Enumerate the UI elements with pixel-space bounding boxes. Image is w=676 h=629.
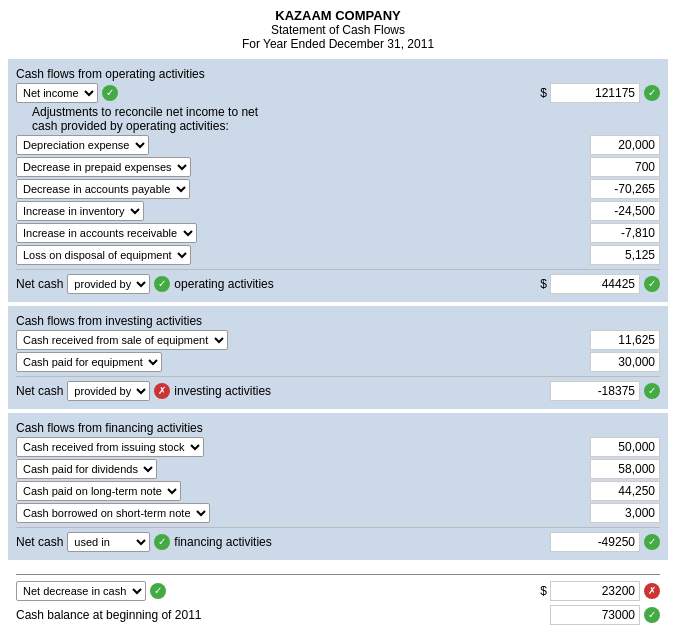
- item-select[interactable]: Increase in inventory: [16, 201, 144, 221]
- item-select[interactable]: Cash borrowed on short-term note: [16, 503, 210, 523]
- investing-net-cash-select[interactable]: provided by used in: [67, 381, 150, 401]
- adjustments-label2: cash provided by operating activities:: [32, 119, 660, 133]
- financing-net-cash-select[interactable]: used in provided by: [67, 532, 150, 552]
- financing-net-value-check: ✓: [644, 534, 660, 550]
- item-value: 700: [590, 157, 660, 177]
- financing-net-value: -49250: [550, 532, 640, 552]
- balance-begin-check: ✓: [644, 607, 660, 623]
- adjustment-item-row: Decrease in prepaid expenses700: [16, 157, 660, 177]
- net-income-value-check: ✓: [644, 85, 660, 101]
- net-decrease-check: ✓: [150, 583, 166, 599]
- item-select[interactable]: Cash paid for dividends: [16, 459, 157, 479]
- item-value: -24,500: [590, 201, 660, 221]
- operating-net-value: 44425: [550, 274, 640, 294]
- net-cash-operating-row: Net cash provided by used in ✓ operating…: [16, 274, 660, 294]
- item-select[interactable]: Cash received from issuing stock: [16, 437, 204, 457]
- operating-net-check: ✓: [154, 276, 170, 292]
- net-income-select[interactable]: Net income: [16, 83, 98, 103]
- net-cash-financing-row: Net cash used in provided by ✓ financing…: [16, 532, 660, 552]
- balance-begin-label: Cash balance at beginning of 2011: [16, 608, 201, 622]
- investing-section: Cash flows from investing activities Cas…: [8, 306, 668, 409]
- net-decrease-row: Net decrease in cash Net increase in cas…: [16, 581, 660, 601]
- item-value: 50,000: [590, 437, 660, 457]
- statement-title: Statement of Cash Flows: [8, 23, 668, 37]
- financing-items: Cash received from issuing stock50,000Ca…: [16, 437, 660, 523]
- balance-begin-row: Cash balance at beginning of 2011 73000 …: [16, 605, 660, 625]
- investing-net-label2: investing activities: [174, 384, 271, 398]
- item-value: 44,250: [590, 481, 660, 501]
- financing-section: Cash flows from financing activities Cas…: [8, 413, 668, 560]
- summary-section: Net decrease in cash Net increase in cas…: [8, 564, 668, 629]
- adjustment-item-row: Cash received from sale of equipment11,6…: [16, 330, 660, 350]
- adjustment-item-row: Depreciation expense20,000: [16, 135, 660, 155]
- report-period: For Year Ended December 31, 2011: [8, 37, 668, 51]
- financing-label: Cash flows from financing activities: [16, 421, 660, 435]
- adjustment-item-row: Cash paid for dividends58,000: [16, 459, 660, 479]
- item-value: 58,000: [590, 459, 660, 479]
- net-decrease-value: 23200: [550, 581, 640, 601]
- adjustment-item-row: Increase in inventory-24,500: [16, 201, 660, 221]
- item-select[interactable]: Cash paid for equipment: [16, 352, 162, 372]
- net-cash-investing-row: Net cash provided by used in ✗ investing…: [16, 381, 660, 401]
- investing-label: Cash flows from investing activities: [16, 314, 660, 328]
- investing-net-check: ✗: [154, 383, 170, 399]
- operating-net-cash-select[interactable]: provided by used in: [67, 274, 150, 294]
- item-value: 3,000: [590, 503, 660, 523]
- item-value: 20,000: [590, 135, 660, 155]
- adjustment-item-row: Decrease in accounts payable-70,265: [16, 179, 660, 199]
- adjustment-item-row: Loss on disposal of equipment5,125: [16, 245, 660, 265]
- net-decrease-value-check: ✗: [644, 583, 660, 599]
- net-income-value: 121175: [550, 83, 640, 103]
- investing-net-value: -18375: [550, 381, 640, 401]
- adjustment-item-row: Cash paid for equipment30,000: [16, 352, 660, 372]
- financing-net-label2: financing activities: [174, 535, 271, 549]
- adjustment-item-row: Increase in accounts receivable-7,810: [16, 223, 660, 243]
- item-select[interactable]: Loss on disposal of equipment: [16, 245, 191, 265]
- adjustments-label1: Adjustments to reconcile net income to n…: [32, 105, 660, 119]
- company-name: KAZAAM COMPANY: [8, 8, 668, 23]
- balance-begin-value: 73000: [550, 605, 640, 625]
- item-value: 11,625: [590, 330, 660, 350]
- financing-net-check: ✓: [154, 534, 170, 550]
- operating-net-label2: operating activities: [174, 277, 273, 291]
- item-select[interactable]: Increase in accounts receivable: [16, 223, 197, 243]
- operating-label: Cash flows from operating activities: [16, 67, 660, 81]
- item-select[interactable]: Cash received from sale of equipment: [16, 330, 228, 350]
- adjustment-item-row: Cash received from issuing stock50,000: [16, 437, 660, 457]
- report-header: KAZAAM COMPANY Statement of Cash Flows F…: [8, 8, 668, 51]
- investing-items: Cash received from sale of equipment11,6…: [16, 330, 660, 372]
- adjustments-label-block: Adjustments to reconcile net income to n…: [32, 105, 660, 133]
- net-income-check: ✓: [102, 85, 118, 101]
- operating-section: Cash flows from operating activities Net…: [8, 59, 668, 302]
- adjustment-item-row: Cash paid on long-term note44,250: [16, 481, 660, 501]
- item-select[interactable]: Decrease in accounts payable: [16, 179, 190, 199]
- item-value: 30,000: [590, 352, 660, 372]
- item-value: -7,810: [590, 223, 660, 243]
- item-select[interactable]: Cash paid on long-term note: [16, 481, 181, 501]
- operating-items: Depreciation expense20,000Decrease in pr…: [16, 135, 660, 265]
- item-select[interactable]: Decrease in prepaid expenses: [16, 157, 191, 177]
- item-value: -70,265: [590, 179, 660, 199]
- investing-net-value-check: ✓: [644, 383, 660, 399]
- item-select[interactable]: Depreciation expense: [16, 135, 149, 155]
- net-decrease-select[interactable]: Net decrease in cash Net increase in cas…: [16, 581, 146, 601]
- adjustment-item-row: Cash borrowed on short-term note3,000: [16, 503, 660, 523]
- net-income-row: Net income ✓ $ 121175 ✓: [16, 83, 660, 103]
- item-value: 5,125: [590, 245, 660, 265]
- operating-net-value-check: ✓: [644, 276, 660, 292]
